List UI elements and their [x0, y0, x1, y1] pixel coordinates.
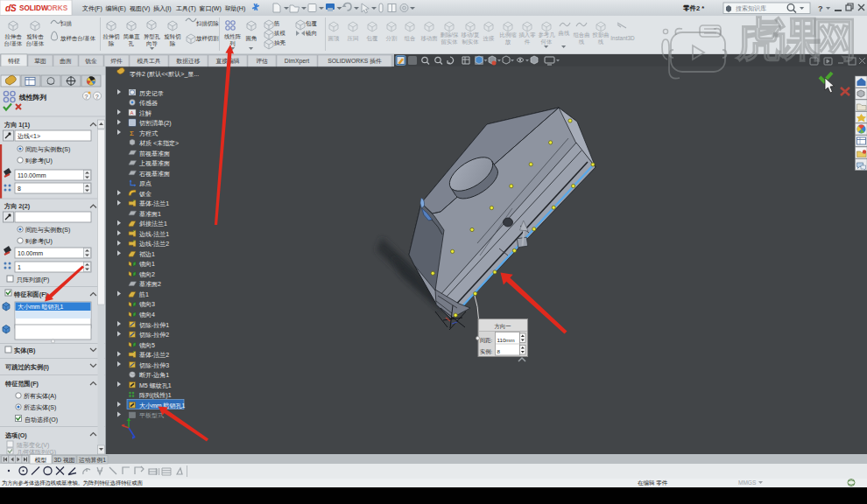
svg-text:孔: 孔 — [128, 40, 134, 47]
svg-text:窗口(W): 窗口(W) — [200, 5, 222, 12]
svg-text:件: 件 — [525, 38, 531, 45]
svg-text:包覆: 包覆 — [305, 20, 317, 27]
svg-text:切除-拉伸1: 切除-拉伸1 — [139, 322, 169, 329]
svg-text:移动面: 移动面 — [420, 35, 438, 42]
svg-text:圆顶: 圆顶 — [328, 35, 340, 42]
svg-text:镜向2: 镜向2 — [138, 271, 155, 278]
svg-text:铣金: 铣金 — [84, 58, 97, 65]
svg-text:斜接法兰1: 斜接法兰1 — [139, 220, 167, 228]
svg-text:基体-法兰1: 基体-法兰1 — [139, 200, 169, 207]
svg-text:线性阵列: 线性阵列 — [18, 94, 46, 102]
svg-text:向导: 向导 — [146, 40, 158, 46]
svg-text:筋: 筋 — [274, 20, 279, 26]
svg-text:线性阵: 线性阵 — [224, 33, 242, 39]
svg-text:Σ: Σ — [130, 130, 134, 137]
svg-text:线: 线 — [598, 38, 604, 45]
svg-text:SOLIDW: SOLIDW — [19, 4, 48, 12]
svg-text:前视基准面: 前视基准面 — [139, 150, 170, 158]
svg-text:工具(T): 工具(T) — [176, 5, 196, 12]
svg-text:留实体: 留实体 — [441, 38, 458, 46]
svg-text:所选实体(S): 所选实体(S) — [24, 404, 56, 411]
svg-text:拔模: 拔模 — [274, 30, 285, 36]
svg-text:传感器: 传感器 — [139, 100, 158, 107]
svg-text:到参考(U): 到参考(U) — [25, 158, 53, 164]
svg-text:褶边1: 褶边1 — [139, 251, 155, 258]
svg-text:参考几: 参考几 — [538, 32, 555, 38]
svg-text:拉伸击: 拉伸击 — [4, 33, 22, 39]
svg-text:帮助(H): 帮助(H) — [225, 5, 246, 12]
svg-text:A: A — [130, 110, 134, 116]
svg-text:筋1: 筋1 — [138, 291, 149, 298]
svg-text:网: 网 — [811, 13, 857, 65]
svg-text:镜向5: 镜向5 — [138, 342, 155, 349]
svg-text:模型: 模型 — [35, 457, 47, 463]
svg-text:110.00mm: 110.00mm — [18, 172, 46, 178]
svg-text:特征范围(F): 特征范围(F) — [4, 380, 39, 388]
svg-text:阵列(线性)1: 阵列(线性)1 — [139, 392, 172, 399]
svg-text:特征: 特征 — [8, 58, 20, 65]
svg-text:自动选择(O): 自动选择(O) — [25, 416, 58, 424]
svg-text:间距:: 间距: — [480, 337, 492, 344]
svg-text:到参考(U): 到参考(U) — [25, 238, 53, 245]
svg-text:Instant3D: Instant3D — [610, 35, 635, 41]
svg-text:边线<1>: 边线<1> — [18, 133, 40, 140]
svg-text:压回: 压回 — [348, 35, 359, 42]
svg-text:零件2 *: 零件2 * — [682, 4, 704, 12]
svg-text:线: 线 — [579, 38, 585, 45]
svg-text:扫描切除: 扫描切除 — [195, 20, 219, 27]
svg-text:DimXpert: DimXpert — [285, 58, 309, 65]
svg-text:方程式: 方程式 — [139, 130, 158, 137]
svg-text:1: 1 — [18, 264, 21, 270]
svg-text:基准面1: 基准面1 — [139, 211, 161, 218]
svg-text:切割清单(2): 切割清单(2) — [139, 120, 172, 127]
svg-text:为方向参考体选择边线或基准轴。为阵列特征选择特征或面: 为方向参考体选择边线或基准轴。为阵列特征选择特征或面 — [2, 480, 143, 486]
svg-text:放样切割: 放样切割 — [196, 35, 219, 42]
svg-text:110mm: 110mm — [497, 337, 515, 343]
svg-text:组合: 组合 — [405, 35, 416, 42]
svg-text:插入(I): 插入(I) — [153, 5, 172, 12]
svg-text:台/基体: 台/基体 — [4, 40, 24, 47]
svg-text:原点: 原点 — [139, 180, 152, 187]
svg-text:?: ? — [95, 94, 99, 100]
svg-text:方向 2(2): 方向 2(2) — [4, 202, 31, 210]
svg-text:简单直: 简单直 — [123, 33, 140, 39]
svg-text:镜向4: 镜向4 — [138, 312, 155, 318]
svg-text:10.00mm: 10.00mm — [18, 250, 43, 256]
svg-text:基体-法兰2: 基体-法兰2 — [139, 352, 169, 359]
svg-text:何体: 何体 — [541, 38, 553, 45]
svg-text:注解: 注解 — [139, 109, 152, 117]
svg-text:ORKS: ORKS — [47, 4, 68, 12]
svg-text:焊件: 焊件 — [110, 58, 123, 64]
svg-text:数据迁移: 数据迁移 — [175, 58, 200, 65]
svg-text:右视基准面: 右视基准面 — [139, 171, 170, 178]
svg-text:所有实体(A): 所有实体(A) — [24, 393, 56, 400]
svg-text:实体(B): 实体(B) — [14, 346, 36, 354]
svg-text:在编辑 零件: 在编辑 零件 — [638, 480, 668, 486]
svg-text:切除-拉伸3: 切除-拉伸3 — [139, 362, 169, 369]
svg-text:曲线: 曲线 — [559, 30, 570, 37]
svg-text:除: 除 — [109, 40, 115, 47]
svg-text:连接: 连接 — [483, 35, 495, 42]
svg-text:制实体: 制实体 — [462, 38, 479, 45]
svg-text:切除-拉伸2: 切除-拉伸2 — [139, 332, 169, 339]
svg-text:模具工具: 模具工具 — [137, 58, 160, 65]
svg-text:镜向1: 镜向1 — [138, 261, 155, 268]
svg-text:大小mm 暗销孔1: 大小mm 暗销孔1 — [18, 304, 64, 311]
svg-text:SOLIDWORKS 插件: SOLIDWORKS 插件 — [328, 58, 382, 65]
svg-text:?: ? — [818, 4, 823, 13]
svg-text:分割: 分割 — [386, 35, 398, 42]
svg-text:只阵列源(P): 只阵列源(P) — [17, 276, 49, 284]
svg-text:间距与实例数(S): 间距与实例数(S) — [25, 146, 70, 153]
svg-text:MMGS: MMGS — [738, 480, 757, 486]
svg-text:曲面: 曲面 — [60, 58, 72, 65]
svg-text:抽壳: 抽壳 — [274, 39, 285, 46]
svg-text:编辑(E): 编辑(E) — [106, 5, 126, 12]
svg-text:除: 除 — [170, 40, 176, 47]
svg-text:扫描: 扫描 — [60, 20, 72, 27]
svg-text:方向 1(1): 方向 1(1) — [4, 121, 31, 129]
svg-text:圆角: 圆角 — [246, 35, 257, 42]
svg-text:搜索知识库: 搜索知识库 — [736, 5, 766, 12]
svg-text:平板型式: 平板型式 — [139, 412, 164, 419]
svg-text:可跳过的实例(I): 可跳过的实例(I) — [4, 363, 50, 371]
svg-text:实例:: 实例: — [480, 348, 492, 355]
